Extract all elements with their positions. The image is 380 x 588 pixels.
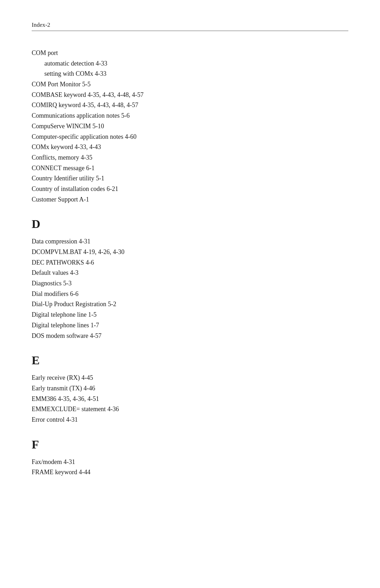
- entry-pagenum: 5-2: [108, 301, 116, 308]
- entry-pagenum: 6-1: [86, 165, 95, 172]
- index-entry: COMBASE keyword 4-35, 4-43, 4-48, 4-57: [32, 90, 348, 100]
- entry-text: COM Port Monitor: [32, 81, 81, 88]
- entry-text: Early receive (RX): [32, 374, 80, 381]
- entry-pagenum: 1-7: [90, 322, 99, 329]
- entry-pagenum: 4-33: [95, 70, 107, 77]
- entry-text: Dial modifiers: [32, 290, 68, 297]
- entry-text: EMM386: [32, 395, 56, 402]
- entry-pagenum: 4-19, 4-26, 4-30: [83, 248, 125, 255]
- index-entry: Communications application notes 5-6: [32, 111, 348, 121]
- index-entry: COMx keyword 4-33, 4-43: [32, 142, 348, 153]
- entry-pagenum: 4-33, 4-43: [75, 143, 101, 150]
- index-section-0: COM portautomatic detection 4-33setting …: [32, 48, 348, 205]
- entry-pagenum: 5-10: [93, 123, 104, 130]
- entry-pagenum: 4-31: [79, 238, 90, 245]
- entry-pagenum: 4-60: [125, 133, 137, 140]
- entry-text: Digital telephone line: [32, 311, 87, 318]
- page-container: Index-2 COM portautomatic detection 4-33…: [0, 0, 380, 517]
- entry-text: Early transmit (TX): [32, 385, 82, 392]
- entry-text: Communications application notes: [32, 112, 120, 119]
- entry-text: COMx keyword: [32, 143, 73, 150]
- index-entry: Dial modifiers 6-6: [32, 289, 348, 299]
- index-entry: Digital telephone lines 1-7: [32, 320, 348, 331]
- index-entry: DOS modem software 4-57: [32, 331, 348, 341]
- index-entry: Diagnostics 5-3: [32, 278, 348, 289]
- entry-text: COMIRQ keyword: [32, 101, 81, 109]
- entry-text: Default values: [32, 269, 68, 276]
- index-entry: Default values 4-3: [32, 268, 348, 278]
- entry-pagenum: 6-21: [107, 185, 118, 192]
- index-entry: EMM386 4-35, 4-36, 4-51: [32, 394, 348, 404]
- index-entry: Data compression 4-31: [32, 236, 348, 247]
- entry-text: Dial-Up Product Registration: [32, 301, 106, 308]
- entry-pagenum: 6-6: [70, 290, 78, 297]
- index-section-2: EEarly receive (RX) 4-45Early transmit (…: [32, 354, 348, 425]
- entry-text: COMBASE keyword: [32, 91, 86, 98]
- entry-text: DOS modem software: [32, 332, 88, 339]
- index-entry: Computer-specific application notes 4-60: [32, 132, 348, 142]
- entry-text: Country of installation codes: [32, 185, 105, 192]
- index-entry: CompuServe WINCIM 5-10: [32, 121, 348, 132]
- entry-pagenum: 4-35, 4-36, 4-51: [58, 395, 99, 402]
- index-entry: CONNECT message 6-1: [32, 163, 348, 174]
- index-content: COM portautomatic detection 4-33setting …: [32, 48, 348, 478]
- entry-pagenum: 4-57: [90, 332, 101, 339]
- entry-text: Customer Support: [32, 196, 78, 203]
- entry-pagenum: 4-44: [79, 469, 90, 476]
- entry-text: Conflicts, memory: [32, 154, 79, 161]
- index-entry: Conflicts, memory 4-35: [32, 153, 348, 163]
- entry-text: COM port: [32, 49, 58, 56]
- entry-pagenum: 4-35, 4-43, 4-48, 4-57: [88, 91, 144, 98]
- entry-text: DEC PATHWORKS: [32, 259, 84, 266]
- index-entry: Early receive (RX) 4-45: [32, 373, 348, 383]
- entry-text: Diagnostics: [32, 280, 62, 287]
- entry-text: Error control: [32, 416, 64, 423]
- entry-text: setting with COMx: [44, 70, 93, 77]
- entry-text: EMMEXCLUDE= statement: [32, 406, 106, 413]
- index-entry: COMIRQ keyword 4-35, 4-43, 4-48, 4-57: [32, 100, 348, 111]
- entry-text: automatic detection: [44, 60, 94, 67]
- section-letter-F: F: [32, 438, 348, 451]
- entry-pagenum: 1-5: [88, 311, 96, 318]
- entry-pagenum: 4-31: [66, 416, 78, 423]
- entry-pagenum: 5-1: [96, 175, 104, 182]
- entry-text: Country Identifier utility: [32, 175, 94, 182]
- entry-pagenum: 4-33: [96, 60, 107, 67]
- entry-text: Fax/modem: [32, 458, 62, 465]
- entry-text: CompuServe WINCIM: [32, 123, 91, 130]
- entry-text: Data compression: [32, 238, 77, 245]
- index-entry: Country Identifier utility 5-1: [32, 173, 348, 184]
- index-entry: FRAME keyword 4-44: [32, 467, 348, 478]
- entry-text: FRAME keyword: [32, 469, 77, 476]
- entry-pagenum: 5-3: [63, 280, 72, 287]
- entry-text: DCOMPVLM.BAT: [32, 248, 82, 255]
- page-header: Index-2: [32, 21, 348, 31]
- entry-pagenum: 4-6: [86, 259, 94, 266]
- section-letter-D: D: [32, 217, 348, 231]
- entry-pagenum: 4-31: [64, 458, 75, 465]
- index-entry: Country of installation codes 6-21: [32, 184, 348, 194]
- entry-pagenum: 4-46: [83, 385, 95, 392]
- entry-text: CONNECT message: [32, 165, 84, 172]
- index-entry: DCOMPVLM.BAT 4-19, 4-26, 4-30: [32, 247, 348, 258]
- index-section-1: DData compression 4-31DCOMPVLM.BAT 4-19,…: [32, 217, 348, 341]
- entry-pagenum: 4-36: [107, 406, 119, 413]
- index-entry: DEC PATHWORKS 4-6: [32, 258, 348, 268]
- entry-pagenum: 4-35: [81, 154, 92, 161]
- index-entry: Digital telephone line 1-5: [32, 310, 348, 320]
- page-header-label: Index-2: [32, 21, 50, 28]
- index-entry: COM port: [32, 48, 348, 58]
- entry-pagenum: 4-45: [81, 374, 93, 381]
- index-entry: Early transmit (TX) 4-46: [32, 383, 348, 394]
- index-entry: Error control 4-31: [32, 415, 348, 425]
- index-entry: automatic detection 4-33: [32, 58, 348, 69]
- entry-pagenum: 5-6: [121, 112, 129, 119]
- index-entry: EMMEXCLUDE= statement 4-36: [32, 404, 348, 415]
- section-letter-E: E: [32, 354, 348, 367]
- index-entry: Customer Support A-1: [32, 194, 348, 205]
- index-entry: setting with COMx 4-33: [32, 69, 348, 79]
- entry-pagenum: 4-35, 4-43, 4-48, 4-57: [82, 101, 138, 109]
- entry-pagenum: 4-3: [70, 269, 78, 276]
- entry-text: Computer-specific application notes: [32, 133, 124, 140]
- entry-text: Digital telephone lines: [32, 322, 89, 329]
